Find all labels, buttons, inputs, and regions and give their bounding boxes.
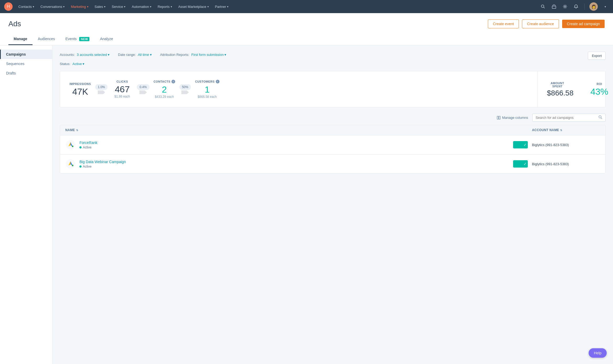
create-campaign-button[interactable]: Create ad campaign [562,20,605,28]
customers-sub: $866.58 each [195,95,219,99]
create-audience-button[interactable]: Create audience [522,19,559,28]
chevron-down-icon: ▾ [224,53,226,57]
tabs-row: Manage Audiences Events NEW Analyze [8,34,605,45]
svg-text:H: H [7,4,10,9]
campaign-status: Active [79,146,97,149]
sort-icon: ⇅ [560,129,562,132]
nav-item-marketing[interactable]: Marketing ▾ [68,3,91,10]
svg-point-14 [72,146,73,147]
search-icon[interactable] [539,3,547,10]
nav-item-service[interactable]: Service ▾ [109,3,128,10]
table-controls: Manage columns [60,114,606,122]
attribution-label: Attribution Reports: [160,53,189,57]
nav-item-reports[interactable]: Reports ▾ [155,3,175,10]
roi-stat: ROI 43% [589,82,610,96]
accounts-filter[interactable]: 3 accounts selected ▾ [77,53,110,57]
row-account: Biglytics (991-823-5383) [532,143,600,147]
impressions-value: 47K [69,87,91,96]
right-panel: Accounts: 3 accounts selected ▾ Date ran… [52,45,613,364]
campaign-info: ForceRank Active [79,141,97,149]
date-range-filter[interactable]: All time ▾ [138,53,152,57]
sidebar-item-sequences[interactable]: Sequences [0,59,52,68]
main-content: Campaigns Sequences Drafts Accounts: 3 a… [0,45,613,364]
nav-icons: 👩 ▾ [539,2,609,11]
table-header: NAME ⇅ ACCOUNT NAME ⇅ [60,125,605,135]
contacts-info-icon[interactable]: i [171,80,175,83]
roi-value: 43% [589,87,610,96]
contacts-stat: CONTACTS i 2 $433.29 each [154,80,175,99]
stats-card-left: IMPRESSIONS 47K 1.0% [60,71,537,107]
campaign-toggle[interactable]: ✓ [513,141,528,148]
chevron-down-icon: ▾ [87,5,88,8]
page-title-actions: Create event Create audience Create ad c… [488,19,605,28]
manage-columns-button[interactable]: Manage columns [497,116,528,120]
svg-rect-4 [552,6,556,8]
nav-item-partner[interactable]: Partner ▾ [212,3,231,10]
campaign-info: Big Data Webinar Campaign Active [79,160,126,168]
campaign-name[interactable]: ForceRank [79,141,97,145]
row-account: Biglytics (991-823-5383) [532,162,600,166]
check-icon: ✓ [524,143,527,147]
status-filter[interactable]: Active ▾ [72,62,84,66]
conversion-rate-2: 0.4% [137,84,149,90]
customers-info-icon[interactable]: i [216,80,219,83]
row-name-col: Big Data Webinar Campaign Active ✓ [65,159,532,169]
sidebar-item-campaigns[interactable]: Campaigns [0,50,52,59]
row-name-col: ForceRank Active ✓ [65,140,532,150]
tab-manage[interactable]: Manage [8,34,33,45]
campaign-name[interactable]: Big Data Webinar Campaign [79,160,126,164]
date-range-label: Date range: [118,53,136,57]
nav-item-contacts[interactable]: Contacts ▾ [16,3,37,10]
page-container: Ads Create event Create audience Create … [0,13,613,364]
chevron-down-icon: ▾ [171,5,172,8]
campaign-toggle[interactable]: ✓ [513,160,528,168]
contacts-sub: $433.29 each [154,95,175,99]
campaigns-table: NAME ⇅ ACCOUNT NAME ⇅ [60,125,606,174]
tab-audiences[interactable]: Audiences [33,34,60,45]
svg-point-16 [72,165,73,166]
tab-analyze[interactable]: Analyze [95,34,118,45]
notifications-icon[interactable] [572,3,580,10]
nav-item-sales[interactable]: Sales ▾ [92,3,108,10]
settings-icon[interactable] [561,3,569,10]
nav-item-automation[interactable]: Automation ▾ [129,3,154,10]
campaign-logo [65,159,76,169]
stats-section: IMPRESSIONS 47K 1.0% [60,71,606,107]
campaign-logo [65,140,76,150]
svg-line-12 [601,118,602,119]
search-input[interactable] [536,116,599,120]
contacts-value: 2 [154,85,175,94]
table-row: Big Data Webinar Campaign Active ✓ Bigly… [60,154,605,173]
chevron-down-icon: ▾ [63,5,64,8]
tab-events[interactable]: Events NEW [60,34,95,45]
svg-rect-9 [497,116,498,119]
store-icon[interactable] [550,3,558,10]
svg-rect-10 [499,116,500,119]
export-button[interactable]: Export [588,52,606,60]
page-title-row: Ads Create event Create audience Create … [8,19,605,28]
filters-row-2: Status: Active ▾ [60,62,606,66]
col-header-name[interactable]: NAME ⇅ [65,128,532,132]
attribution-filter[interactable]: First form submission ▾ [191,53,227,57]
create-event-button[interactable]: Create event [488,19,519,28]
chevron-down-icon: ▾ [33,5,34,8]
amount-spent-stat: AMOUNT SPENT $866.58 [547,82,568,97]
sidebar-item-drafts[interactable]: Drafts [0,68,52,78]
nav-item-asset-marketplace[interactable]: Asset Marketplace ▾ [176,3,211,10]
customers-value: 1 [195,85,219,94]
chevron-down-icon: ▾ [227,5,228,8]
conversion-rate-3: 50% [179,84,191,90]
help-button[interactable]: Help [589,348,607,358]
svg-point-5 [564,6,566,7]
avatar[interactable]: 👩 [589,2,598,11]
account-chevron-icon[interactable]: ▾ [601,3,609,10]
col-header-account[interactable]: ACCOUNT NAME ⇅ [532,128,600,132]
nav-item-conversations[interactable]: Conversations ▾ [38,3,67,10]
chevron-down-icon: ▾ [83,62,84,66]
filters-row-1: Accounts: 3 accounts selected ▾ Date ran… [60,53,226,57]
search-icon [599,115,602,120]
hubspot-logo[interactable]: H [4,2,13,11]
status-label: Status: [60,62,70,66]
table-row: ForceRank Active ✓ Biglytics (991-823-53… [60,135,605,154]
check-icon: ✓ [524,162,527,166]
